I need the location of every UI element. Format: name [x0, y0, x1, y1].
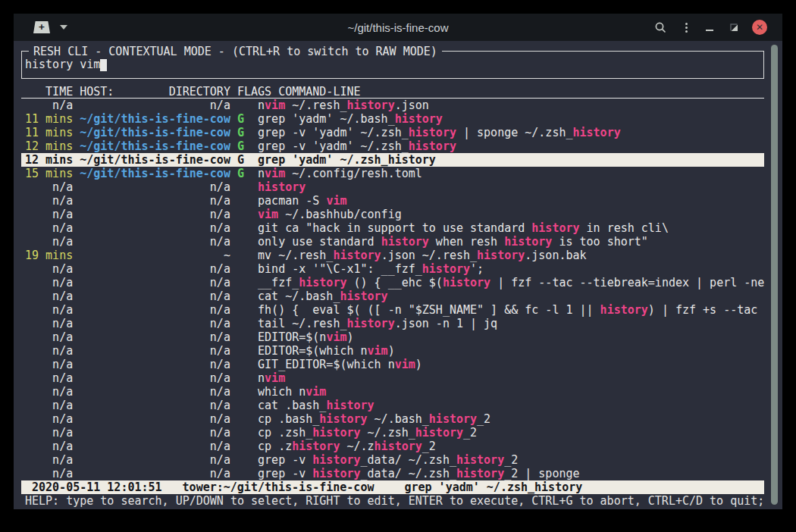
table-row[interactable]: n/a n/a cat .bash_history — [21, 399, 764, 412]
terminal-window: + ~/git/this-is-fine-cow ✕ — [14, 14, 782, 509]
table-row[interactable]: n/a n/a tail ~/.resh_history.json -n 1 |… — [21, 317, 764, 330]
restore-icon[interactable] — [730, 23, 738, 32]
terminal-content: RESH CLI - CONTEXTUAL MODE - (CTRL+R to … — [14, 41, 782, 509]
close-icon[interactable]: ✕ — [752, 20, 767, 35]
table-row[interactable]: n/a n/a grep -v history_data/ ~/.zsh_his… — [21, 453, 764, 467]
search-query: history vim — [25, 58, 100, 71]
table-row[interactable]: 11 mins ~/git/this-is-fine-cow G grep 'y… — [21, 112, 764, 126]
table-row[interactable]: n/a n/a nvim ~/.resh_history.json — [21, 99, 764, 112]
table-row[interactable]: 19 mins ~ mv ~/.resh_history.json ~/.res… — [21, 249, 764, 262]
table-header: TIME HOST: DIRECTORY FLAGS COMMAND-LINE — [21, 85, 764, 99]
table-row[interactable]: n/a n/a fh() { eval $( ([ -n "$ZSH_NAME"… — [21, 303, 764, 317]
text-cursor — [100, 59, 107, 71]
table-row[interactable]: n/a n/a GIT_EDITOR=$(which nvim) — [21, 358, 764, 371]
table-row[interactable]: 11 mins ~/git/this-is-fine-cow G grep -v… — [21, 126, 764, 139]
history-rows: n/a n/a nvim ~/.resh_history.json11 mins… — [21, 99, 764, 480]
status-timestamp: 2020-05-11 12:01:51 — [32, 480, 162, 494]
status-command: grep 'yadm' ~/.zsh_history — [404, 480, 582, 494]
table-row[interactable]: n/a n/a EDITOR=$(nvim) — [21, 330, 764, 344]
table-row[interactable]: n/a n/a cp .zhistory ~/.zhistory_2 — [21, 440, 764, 453]
scrollbar[interactable] — [771, 45, 778, 505]
table-row[interactable]: n/a n/a history — [21, 180, 764, 194]
table-row[interactable]: n/a n/a git ca "hack in support to use s… — [21, 221, 764, 235]
table-row[interactable]: n/a n/a only use standard history when r… — [21, 235, 764, 249]
table-row[interactable]: n/a n/a cp .bash_history ~/.bash_history… — [21, 412, 764, 426]
help-line: HELP: type to search, UP/DOWN to select,… — [21, 494, 779, 508]
status-bar: 2020-05-11 12:01:51 tower:~/git/this-is-… — [21, 480, 764, 494]
table-row[interactable]: 12 mins ~/git/this-is-fine-cow G grep 'y… — [21, 153, 764, 167]
table-row[interactable]: n/a n/a grep -v history_data/ ~/.zsh_his… — [21, 467, 764, 480]
table-row[interactable]: n/a n/a nvim — [21, 371, 764, 385]
table-row[interactable]: n/a n/a cat ~/.bash_history — [21, 289, 764, 303]
menu-kebab-icon[interactable] — [685, 23, 688, 33]
titlebar: + ~/git/this-is-fine-cow ✕ — [14, 14, 782, 41]
table-row[interactable]: n/a n/a cp .zsh_history ~/.zsh_history_2 — [21, 426, 764, 440]
table-row[interactable]: n/a n/a EDITOR=$(which nvim) — [21, 344, 764, 358]
table-row[interactable]: 12 mins ~/git/this-is-fine-cow G grep -v… — [21, 139, 764, 153]
panel-title: RESH CLI - CONTEXTUAL MODE - (CTRL+R to … — [29, 45, 442, 58]
table-row[interactable]: n/a n/a which nvim — [21, 385, 764, 399]
status-host-path: tower:~/git/this-is-fine-cow — [183, 480, 374, 494]
search-icon[interactable] — [654, 21, 667, 34]
minimize-icon[interactable] — [706, 23, 713, 31]
table-row[interactable]: 15 mins ~/git/this-is-fine-cow G nvim ~/… — [21, 167, 764, 180]
table-row[interactable]: n/a n/a pacman -S vim — [21, 194, 764, 208]
table-row[interactable]: n/a n/a bind -x '"\C-x1": __fzf_history'… — [21, 262, 764, 276]
table-row[interactable]: n/a n/a __fzf_history () { __ehc $(histo… — [21, 276, 764, 289]
table-row[interactable]: n/a n/a vim ~/.bashhub/config — [21, 208, 764, 221]
resh-search-panel: RESH CLI - CONTEXTUAL MODE - (CTRL+R to … — [21, 51, 764, 79]
